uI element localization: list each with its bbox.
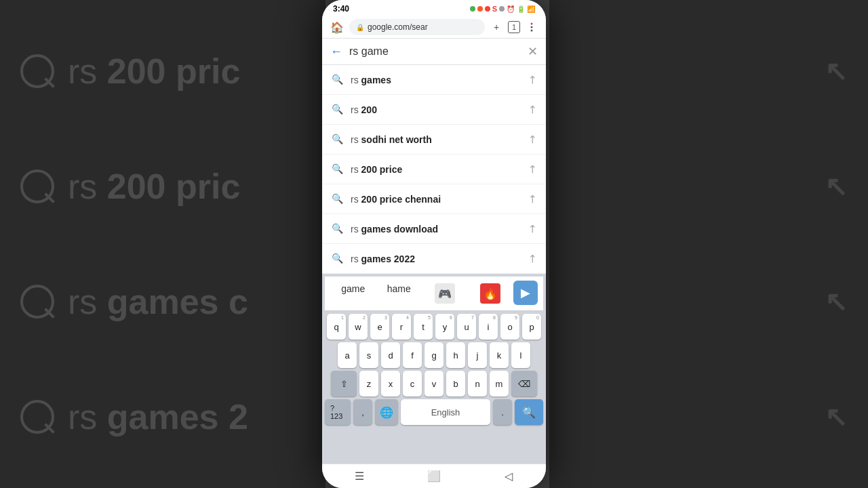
kbd-row-2: a s d f g h j k l bbox=[325, 342, 543, 368]
key-y[interactable]: 6y bbox=[435, 314, 454, 340]
key-num-toggle[interactable]: ?123 bbox=[325, 399, 351, 425]
bg-arrow-1: ↖ bbox=[825, 56, 848, 87]
keyboard-key-rows: 1q 2w 3e 4r 5t 6y 7u 8i 9o 0p a s d f g … bbox=[325, 314, 543, 396]
arrow-icon-2: ↗ bbox=[524, 131, 540, 147]
url-text: google.com/sear bbox=[368, 22, 478, 32]
svg-point-1 bbox=[531, 26, 533, 28]
home-square-icon: ⬜ bbox=[427, 470, 441, 483]
notification-dot-orange bbox=[477, 6, 483, 12]
nav-menu-button[interactable]: ☰ bbox=[346, 463, 373, 489]
bg-arrow-4: ↖ bbox=[825, 401, 848, 432]
key-o[interactable]: 9o bbox=[500, 314, 519, 340]
key-search-action[interactable]: 🔍 bbox=[515, 399, 543, 425]
key-backspace[interactable]: ⌫ bbox=[511, 371, 537, 396]
clear-button[interactable]: ✕ bbox=[528, 44, 538, 59]
suggestion-item-5[interactable]: 🔍 rs games download ↗ bbox=[322, 214, 546, 244]
key-l[interactable]: l bbox=[511, 342, 530, 368]
bg-row-right-1: ↖ bbox=[825, 56, 848, 87]
suggestion-text-4: rs 200 price chennai bbox=[351, 194, 521, 205]
language-label: English bbox=[431, 407, 460, 418]
kbd-suggestion-emoji[interactable]: 🎮 bbox=[422, 281, 468, 306]
key-c[interactable]: c bbox=[403, 371, 422, 396]
key-z[interactable]: z bbox=[359, 371, 378, 396]
key-v[interactable]: v bbox=[425, 371, 443, 396]
svg-point-0 bbox=[531, 23, 533, 25]
suggestions-list: 🔍 rs games ↗ 🔍 rs 200 ↗ 🔍 rs sodhi net w… bbox=[322, 65, 546, 274]
status-time: 3:40 bbox=[333, 4, 349, 14]
keyboard-area: game hame 🎮 🔥 ▶ 1q 2w 3e 4r 5t bbox=[322, 274, 546, 464]
key-a[interactable]: a bbox=[338, 342, 357, 368]
suggestion-item-6[interactable]: 🔍 rs games 2022 ↗ bbox=[322, 244, 546, 274]
key-q[interactable]: 1q bbox=[327, 314, 346, 340]
signal-icon: 📶 bbox=[527, 5, 535, 13]
notification-letter-s: S bbox=[492, 5, 497, 13]
key-globe[interactable]: 🌐 bbox=[375, 399, 398, 425]
battery-icon: 🔋 bbox=[517, 5, 525, 13]
key-r[interactable]: 4r bbox=[392, 314, 411, 340]
bg-row-right-3: ↖ bbox=[825, 286, 848, 317]
arrow-icon-4: ↗ bbox=[524, 191, 540, 207]
key-comma[interactable]: , bbox=[353, 399, 372, 425]
tabs-button[interactable]: 1 bbox=[508, 21, 520, 33]
nav-back-button[interactable]: ◁ bbox=[495, 463, 522, 489]
bg-search-icon-3 bbox=[20, 285, 54, 319]
bg-label-2: rs 200 pric bbox=[68, 166, 240, 207]
key-w[interactable]: 2w bbox=[349, 314, 368, 340]
suggestion-item-0[interactable]: 🔍 rs games ↗ bbox=[322, 65, 546, 95]
key-n[interactable]: n bbox=[468, 371, 487, 396]
kbd-suggestion-1[interactable]: hame bbox=[376, 281, 422, 306]
key-b[interactable]: b bbox=[446, 371, 465, 396]
bg-row-right-4: ↖ bbox=[825, 401, 848, 432]
suggestion-item-1[interactable]: 🔍 rs 200 ↗ bbox=[322, 95, 546, 125]
status-bar: 3:40 S ⏰ 🔋 📶 bbox=[322, 0, 546, 16]
phone-container: 3:40 S ⏰ 🔋 📶 🏠 🔒 google.com/sear + 1 ← bbox=[322, 0, 546, 488]
status-icons: S ⏰ 🔋 📶 bbox=[470, 5, 535, 13]
key-language[interactable]: English bbox=[401, 399, 490, 425]
key-period[interactable]: . bbox=[493, 399, 512, 425]
key-e[interactable]: 3e bbox=[370, 314, 389, 340]
suggestion-text-6: rs games 2022 bbox=[351, 253, 521, 264]
nav-home-button[interactable]: ⬜ bbox=[420, 463, 448, 489]
search-input[interactable] bbox=[349, 45, 521, 58]
key-u[interactable]: 7u bbox=[457, 314, 476, 340]
key-k[interactable]: k bbox=[490, 342, 509, 368]
arrow-icon-1: ↗ bbox=[524, 102, 540, 117]
key-g[interactable]: g bbox=[425, 342, 443, 368]
key-f[interactable]: f bbox=[403, 342, 422, 368]
key-j[interactable]: j bbox=[468, 342, 487, 368]
suggestion-text-3: rs 200 price bbox=[351, 164, 521, 175]
key-d[interactable]: d bbox=[381, 342, 400, 368]
search-icon: 🔍 bbox=[332, 74, 344, 86]
kbd-suggestion-0[interactable]: game bbox=[330, 281, 376, 306]
bg-label-3: rs games c bbox=[68, 281, 248, 322]
key-h[interactable]: h bbox=[446, 342, 465, 368]
bg-search-icon-1 bbox=[20, 54, 54, 88]
search-input-area: ← ✕ bbox=[322, 39, 546, 65]
key-p[interactable]: 0p bbox=[522, 314, 541, 340]
keyboard-suggestions-row: game hame 🎮 🔥 ▶ bbox=[325, 277, 543, 311]
key-s[interactable]: s bbox=[359, 342, 378, 368]
keyboard-submit-button[interactable]: ▶ bbox=[513, 281, 538, 305]
url-bar[interactable]: 🔒 google.com/sear bbox=[349, 19, 485, 35]
search-icon-6: 🔍 bbox=[332, 253, 344, 265]
new-tab-button[interactable]: + bbox=[489, 20, 504, 35]
suggestion-item-3[interactable]: 🔍 rs 200 price ↗ bbox=[322, 155, 546, 184]
back-button[interactable]: ← bbox=[330, 45, 342, 59]
notification-dot-green bbox=[470, 6, 475, 12]
key-x[interactable]: x bbox=[381, 371, 400, 396]
key-shift[interactable]: ⇧ bbox=[331, 371, 357, 396]
key-i[interactable]: 8i bbox=[479, 314, 498, 340]
notification-dot-red bbox=[485, 6, 490, 12]
key-m[interactable]: m bbox=[490, 371, 509, 396]
suggestion-text-1: rs 200 bbox=[351, 104, 521, 115]
key-t[interactable]: 5t bbox=[414, 314, 433, 340]
home-button[interactable]: 🏠 bbox=[329, 19, 345, 35]
suggestion-item-2[interactable]: 🔍 rs sodhi net worth ↗ bbox=[322, 125, 546, 155]
suggestion-item-4[interactable]: 🔍 rs 200 price chennai ↗ bbox=[322, 184, 546, 214]
fire-icon: 🔥 bbox=[480, 283, 500, 304]
menu-dots-button[interactable] bbox=[524, 20, 539, 35]
search-icon-2: 🔍 bbox=[332, 134, 344, 146]
notification-dot-grey bbox=[499, 6, 505, 12]
kbd-suggestion-emoji-2[interactable]: 🔥 bbox=[468, 281, 514, 306]
arrow-icon-3: ↗ bbox=[524, 161, 540, 177]
